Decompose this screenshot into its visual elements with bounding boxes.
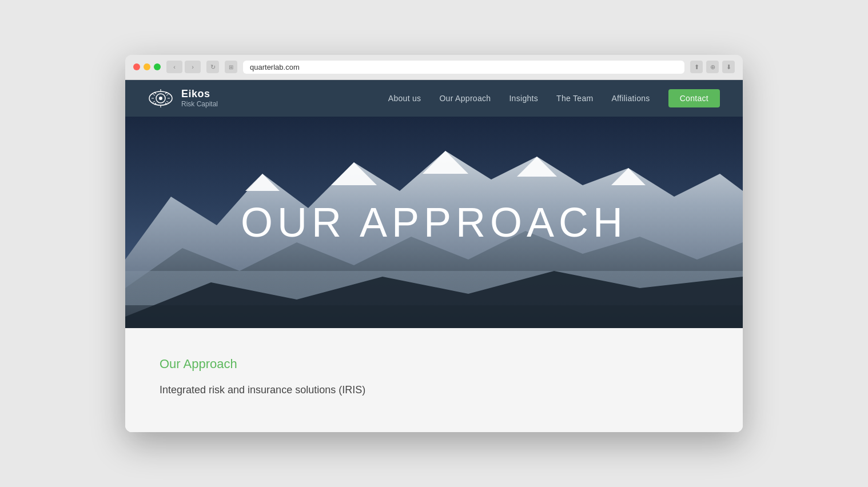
share-button[interactable]: ⬆ xyxy=(690,61,703,73)
brand-tagline: Risk Capital xyxy=(181,100,218,108)
svg-line-12 xyxy=(153,101,156,102)
forward-button[interactable]: › xyxy=(185,61,201,73)
content-subtitle: Our Approach xyxy=(160,357,708,372)
close-button[interactable] xyxy=(133,63,140,70)
address-bar[interactable]: quarterlab.com xyxy=(243,61,684,74)
website: Eikos Risk Capital About us Our Approach… xyxy=(125,80,743,433)
svg-point-2 xyxy=(159,97,162,100)
toolbar-actions: ⬆ ⊕ ⬇ xyxy=(690,61,735,73)
url-text: quarterlab.com xyxy=(250,63,300,71)
svg-line-11 xyxy=(166,94,169,95)
brand-text: Eikos Risk Capital xyxy=(181,88,218,109)
browser-toolbar: ‹ › ↻ ⊞ quarterlab.com ⬆ ⊕ ⬇ xyxy=(125,55,743,80)
hero-section: OUR APPROACH xyxy=(125,117,743,328)
nav-the-team[interactable]: The Team xyxy=(556,94,593,103)
nav-our-approach[interactable]: Our Approach xyxy=(439,94,491,103)
download-button[interactable]: ⬇ xyxy=(722,61,735,73)
nav-insights[interactable]: Insights xyxy=(509,94,538,103)
reload-button[interactable]: ↻ xyxy=(206,61,219,73)
new-tab-button[interactable]: ⊕ xyxy=(706,61,719,73)
svg-line-14 xyxy=(153,94,156,95)
tab-overview-button[interactable]: ⊞ xyxy=(225,61,237,73)
svg-line-13 xyxy=(166,101,169,102)
browser-window: ‹ › ↻ ⊞ quarterlab.com ⬆ ⊕ ⬇ xyxy=(125,55,743,433)
nav-buttons: ‹ › xyxy=(166,61,201,73)
maximize-button[interactable] xyxy=(154,63,161,70)
nav-about-us[interactable]: About us xyxy=(388,94,421,103)
content-section: Our Approach Integrated risk and insuran… xyxy=(125,328,743,433)
hero-title: OUR APPROACH xyxy=(241,199,627,246)
nav-links: About us Our Approach Insights The Team … xyxy=(388,89,720,107)
site-nav: Eikos Risk Capital About us Our Approach… xyxy=(125,80,743,117)
nav-affiliations[interactable]: Affiliations xyxy=(611,94,650,103)
content-description: Integrated risk and insurance solutions … xyxy=(160,382,708,398)
traffic-lights xyxy=(133,63,161,70)
brand: Eikos Risk Capital xyxy=(148,86,218,111)
contact-button[interactable]: Contact xyxy=(668,89,720,107)
brand-logo-icon xyxy=(148,86,173,111)
brand-name: Eikos xyxy=(181,88,218,101)
minimize-button[interactable] xyxy=(144,63,150,70)
back-button[interactable]: ‹ xyxy=(166,61,182,73)
